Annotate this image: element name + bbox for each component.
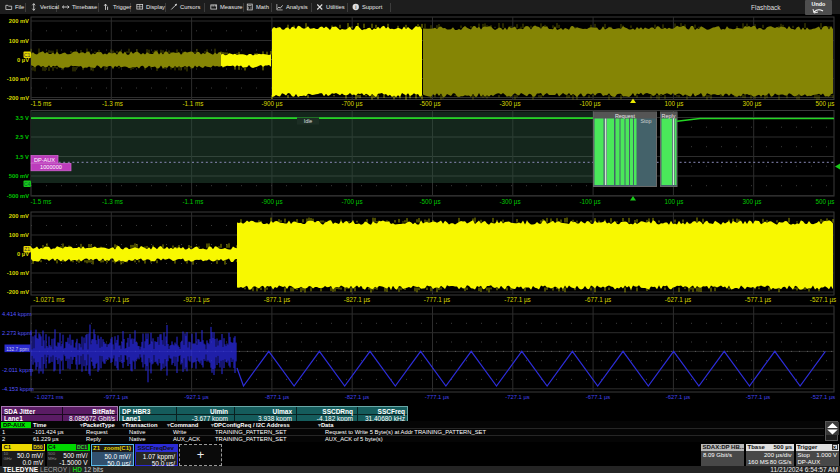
svg-text:2.5 V: 2.5 V (15, 134, 29, 140)
svg-text:4.414 kppm: 4.414 kppm (2, 311, 32, 317)
svg-text:-500 mV: -500 mV (7, 193, 29, 199)
svg-text:3.5 V: 3.5 V (15, 115, 29, 121)
svg-text:-100 mV: -100 mV (7, 76, 29, 82)
svg-text:-900 µs: -900 µs (261, 100, 282, 108)
svg-text:200 mV: 200 mV (9, 213, 29, 219)
svg-text:-977.1 µs: -977.1 µs (104, 394, 128, 400)
svg-text:-1.1 ms: -1.1 ms (183, 198, 204, 205)
svg-text:-300 µs: -300 µs (499, 100, 520, 108)
svg-text:1000000: 1000000 (40, 164, 62, 170)
svg-text:DP-AUX: DP-AUX (34, 157, 55, 163)
svg-text:-200 mV: -200 mV (7, 289, 29, 295)
svg-text:-827.1 µs: -827.1 µs (344, 296, 370, 304)
svg-text:0 µV: 0 µV (17, 251, 29, 257)
svg-text:-927.1 µs: -927.1 µs (184, 394, 208, 400)
svg-text:C4: C4 (24, 181, 31, 187)
svg-text:-500 µs: -500 µs (419, 100, 440, 108)
svg-text:-2.011 kppm: -2.011 kppm (2, 367, 33, 373)
svg-text:100 µs: 100 µs (664, 100, 683, 108)
svg-text:-627.1 µs: -627.1 µs (665, 296, 691, 304)
svg-text:132.7 ppm: 132.7 ppm (6, 347, 29, 352)
svg-text:-1.1 ms: -1.1 ms (183, 100, 204, 107)
svg-text:-577.1 µs: -577.1 µs (746, 394, 770, 400)
svg-text:0 µV: 0 µV (17, 57, 29, 63)
svg-text:Idle: Idle (304, 118, 313, 124)
svg-text:-777.1 µs: -777.1 µs (425, 394, 449, 400)
svg-text:-727.1 µs: -727.1 µs (504, 296, 530, 304)
svg-text:100 µs: 100 µs (664, 198, 683, 206)
svg-text:-927.1 µs: -927.1 µs (183, 296, 209, 304)
svg-text:2.273 kppm: 2.273 kppm (2, 330, 32, 336)
svg-text:200 mV: 200 mV (9, 18, 29, 24)
svg-text:-727.1 µs: -727.1 µs (505, 394, 529, 400)
svg-text:-300 µs: -300 µs (499, 198, 520, 206)
svg-text:-100 mV: -100 mV (7, 270, 29, 276)
svg-text:500 mV: 500 mV (9, 173, 29, 179)
svg-text:-677.1 µs: -677.1 µs (586, 394, 610, 400)
svg-text:-900 µs: -900 µs (261, 198, 282, 206)
svg-text:300 µs: 300 µs (742, 100, 761, 108)
svg-text:-527.1 µs: -527.1 µs (810, 296, 836, 304)
svg-text:-1.3 ms: -1.3 ms (102, 198, 123, 205)
svg-text:-1.5 ms: -1.5 ms (31, 198, 52, 205)
svg-text:500 µs: 500 µs (815, 100, 834, 108)
svg-text:-877.1 µs: -877.1 µs (264, 296, 290, 304)
svg-text:-977.1 µs: -977.1 µs (103, 296, 129, 304)
svg-text:-777.1 µs: -777.1 µs (424, 296, 450, 304)
svg-text:Request: Request (615, 113, 636, 119)
svg-text:-527.1 µs: -527.1 µs (811, 394, 835, 400)
svg-text:-1.0271 ms: -1.0271 ms (33, 296, 65, 303)
svg-text:Stop: Stop (640, 118, 651, 124)
svg-text:-677.1 µs: -677.1 µs (585, 296, 611, 304)
svg-text:Reply: Reply (662, 113, 676, 119)
svg-text:-200 mV: -200 mV (7, 95, 29, 101)
svg-text:-1.3 ms: -1.3 ms (102, 100, 123, 107)
svg-text:-1.5 ms: -1.5 ms (31, 100, 52, 107)
svg-text:100 mV: 100 mV (9, 232, 29, 238)
svg-text:300 µs: 300 µs (742, 198, 761, 206)
svg-text:i: i (355, 3, 356, 9)
svg-text:-700 µs: -700 µs (341, 198, 362, 206)
svg-text:-877.1 µs: -877.1 µs (265, 394, 289, 400)
svg-text:-700 µs: -700 µs (341, 100, 362, 108)
svg-text:-4.153 kppm: -4.153 kppm (2, 386, 34, 392)
svg-text:-577.1 µs: -577.1 µs (745, 296, 771, 304)
svg-text:-100 µs: -100 µs (579, 198, 600, 206)
svg-text:-500 µs: -500 µs (419, 198, 440, 206)
svg-text:-627.1 µs: -627.1 µs (666, 394, 690, 400)
svg-text:500 µs: 500 µs (815, 198, 834, 206)
svg-text:100 mV: 100 mV (9, 38, 29, 44)
svg-text:-827.1 µs: -827.1 µs (345, 394, 369, 400)
svg-text:-100 µs: -100 µs (579, 100, 600, 108)
svg-text:-1.0271 ms: -1.0271 ms (35, 394, 64, 400)
svg-text:1.5 V: 1.5 V (15, 154, 29, 160)
